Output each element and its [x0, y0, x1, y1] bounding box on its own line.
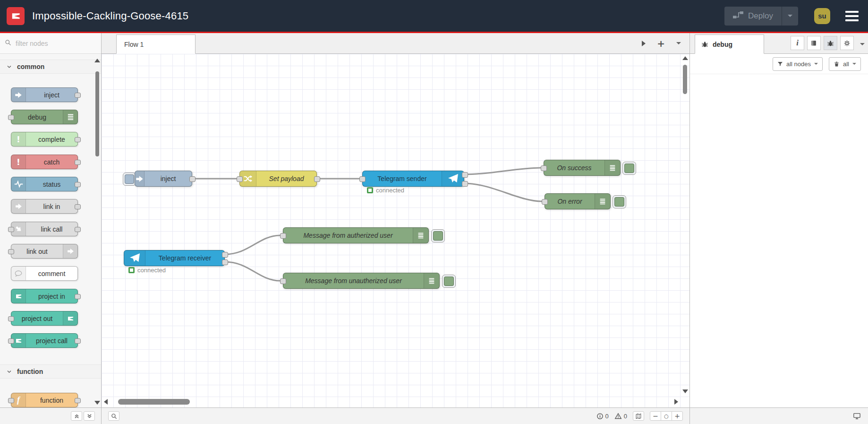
double-chevron-up-icon: [74, 413, 80, 419]
palette-node-status[interactable]: status: [11, 177, 78, 191]
node-message-authorized[interactable]: Message from autherized user: [283, 227, 429, 243]
link-in-icon: [11, 199, 26, 213]
palette-scrollbar[interactable]: [94, 56, 100, 406]
palette-node-link-in[interactable]: link in: [11, 199, 78, 214]
info-tab-button[interactable]: i: [791, 36, 804, 50]
output-port-1[interactable]: [222, 252, 228, 258]
debug-clear-button[interactable]: all: [829, 57, 861, 71]
scrollbar-thumb[interactable]: [118, 399, 190, 405]
node-message-unauthorized[interactable]: Message from unautherized user: [283, 273, 440, 289]
canvas-horizontal-scrollbar[interactable]: [104, 398, 678, 405]
palette-node-project-in[interactable]: project in: [11, 289, 78, 303]
canvas-vertical-scrollbar[interactable]: [682, 55, 688, 394]
bug-icon: [701, 41, 708, 48]
open-console-button[interactable]: [851, 411, 862, 421]
gear-icon: [843, 40, 851, 47]
palette-node-catch[interactable]: ! catch: [11, 155, 78, 169]
node-telegram-receiver[interactable]: Telegram receiver: [124, 250, 225, 266]
scroll-down-icon[interactable]: [682, 389, 688, 393]
info-counter[interactable]: 0: [596, 413, 609, 420]
tab-scroll-right-icon[interactable]: [642, 41, 646, 46]
bug-icon: [827, 40, 834, 47]
debug-toggle-button[interactable]: [613, 195, 626, 208]
status-ring-icon: [367, 187, 373, 193]
sidebar-menu-icon[interactable]: [860, 43, 865, 48]
palette-node-project-out[interactable]: project out: [11, 311, 78, 326]
palette-node-debug[interactable]: debug: [11, 110, 78, 124]
output-port-2[interactable]: [462, 181, 468, 187]
output-port: [75, 294, 81, 299]
funnel-icon: [777, 61, 783, 67]
deploy-options-button[interactable]: [782, 7, 798, 26]
warning-counter[interactable]: 0: [614, 413, 627, 420]
palette-node-project-call[interactable]: project call: [11, 333, 78, 348]
help-tab-button[interactable]: [807, 36, 821, 50]
input-port[interactable]: [237, 176, 243, 182]
tab-flow-1[interactable]: Flow 1: [116, 35, 196, 54]
scroll-left-icon[interactable]: [104, 399, 108, 405]
flow-canvas[interactable]: inject Set payload Telegram sender: [102, 54, 689, 407]
debug-toggle-button[interactable]: [442, 275, 456, 288]
chevron-down-icon: [7, 64, 12, 69]
palette-node-function[interactable]: f function: [11, 393, 78, 407]
inject-arrow-icon: [11, 88, 26, 102]
deploy-button[interactable]: Deploy: [724, 7, 798, 26]
output-port[interactable]: [189, 176, 196, 182]
flow-list-dropdown-icon[interactable]: [676, 42, 681, 47]
zoom-in-button[interactable]: +: [672, 411, 683, 421]
debug-toolbar: all nodes all: [690, 54, 868, 74]
scroll-up-icon[interactable]: [682, 56, 688, 60]
node-set-payload[interactable]: Set payload: [239, 171, 317, 187]
input-port[interactable]: [280, 278, 286, 284]
input-port[interactable]: [541, 165, 547, 171]
canvas-footer-right: 0 0 − ○ +: [596, 411, 683, 421]
node-on-success[interactable]: On success: [544, 160, 621, 176]
status-ring-icon: [128, 267, 135, 273]
scrollbar-thumb[interactable]: [95, 71, 99, 156]
output-port-1[interactable]: [462, 172, 468, 178]
palette-node-link-out[interactable]: link out: [11, 244, 78, 259]
debug-toggle-button[interactable]: [431, 229, 445, 242]
config-tab-button[interactable]: [840, 36, 854, 50]
navigator-toggle-button[interactable]: [633, 411, 644, 421]
debug-tab-button[interactable]: [824, 36, 837, 50]
input-port[interactable]: [359, 176, 366, 182]
sidebar-footer: [690, 407, 868, 424]
output-port-2[interactable]: [222, 260, 228, 265]
palette-node-comment[interactable]: comment: [11, 266, 78, 281]
palette-category-function[interactable]: function: [0, 364, 101, 379]
canvas-search-button[interactable]: [108, 411, 119, 421]
node-telegram-sender[interactable]: Telegram sender: [362, 171, 464, 187]
node-on-error[interactable]: On error: [545, 193, 611, 209]
scroll-up-icon[interactable]: [94, 59, 100, 62]
input-port[interactable]: [542, 199, 548, 205]
scrollbar-thumb[interactable]: [683, 65, 687, 94]
scroll-down-icon[interactable]: [94, 401, 100, 405]
sidebar-header: debug i: [690, 33, 868, 54]
input-port[interactable]: [280, 233, 286, 239]
main-menu-button[interactable]: [845, 11, 859, 21]
palette-filter-input[interactable]: [15, 39, 87, 48]
collapse-all-button[interactable]: [71, 411, 82, 421]
chevron-down-icon: [814, 63, 818, 67]
input-port: [8, 115, 14, 120]
add-flow-button[interactable]: +: [657, 39, 665, 48]
debug-list-icon: [424, 273, 439, 288]
palette-category-common[interactable]: common: [0, 60, 101, 74]
debug-filter-button[interactable]: all nodes: [773, 57, 823, 71]
expand-all-button[interactable]: [84, 411, 95, 421]
debug-toggle-button[interactable]: [622, 162, 636, 175]
node-inject[interactable]: inject: [135, 171, 192, 187]
zoom-out-button[interactable]: −: [650, 411, 661, 421]
palette-node-link-call[interactable]: link call: [11, 222, 78, 236]
scroll-right-icon[interactable]: [674, 399, 678, 405]
palette-node-complete[interactable]: ! complete: [11, 132, 78, 147]
tab-debug[interactable]: debug: [695, 35, 764, 54]
output-port[interactable]: [314, 176, 320, 182]
user-avatar[interactable]: su: [814, 8, 830, 24]
palette-node-inject[interactable]: inject: [11, 87, 78, 102]
search-icon: [111, 413, 117, 419]
header-actions: Deploy su: [724, 7, 859, 26]
zoom-reset-button[interactable]: ○: [661, 411, 672, 421]
inject-run-button[interactable]: [123, 173, 136, 186]
